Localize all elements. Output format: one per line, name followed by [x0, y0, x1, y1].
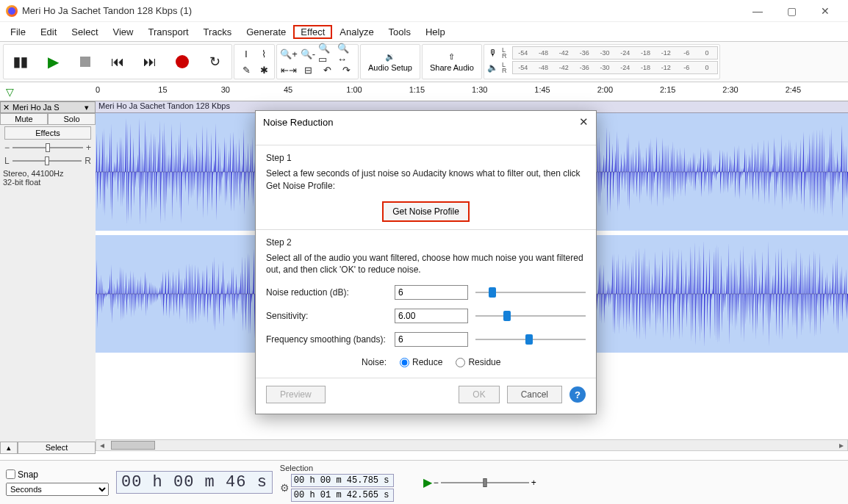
playback-meter[interactable]: -54-48-42-36-30-24-18-12-60 — [512, 61, 718, 74]
frequency-smoothing-input[interactable] — [395, 332, 468, 347]
fit-project-icon[interactable]: 🔍↔ — [337, 46, 355, 61]
multi-tool-icon[interactable]: ✱ — [255, 62, 273, 77]
level-meters: 🎙 LR -54-48-42-36-30-24-18-12-60 🔈 LR -5… — [484, 44, 720, 79]
zoom-out-icon[interactable]: 🔍- — [299, 46, 317, 61]
record-button[interactable] — [167, 46, 198, 77]
maximize-button[interactable]: ▢ — [775, 0, 808, 22]
stop-button[interactable] — [70, 46, 101, 77]
menu-edit[interactable]: Edit — [33, 25, 64, 39]
share-audio-label: Share Audio — [430, 63, 474, 72]
speaker-meter-icon[interactable]: 🔈 — [486, 62, 500, 73]
trim-icon[interactable]: ⇤⇥ — [280, 62, 298, 77]
step2-label: Step 2 — [266, 237, 586, 248]
play-lr-label: LR — [502, 62, 511, 73]
skip-start-button[interactable]: ⏮ — [102, 46, 133, 77]
status-bar: Snap Seconds 00 h 00 m 46 s Selection ⚙ … — [0, 460, 848, 504]
noise-reduction-slider[interactable] — [475, 287, 586, 298]
frequency-smoothing-slider[interactable] — [475, 334, 586, 345]
gain-slider[interactable]: − + — [0, 141, 96, 154]
toolbar: ▮▮ ▶ ⏮ ⏭ ↻ Ⅰ ⌇ ✎ ✱ 🔍+ 🔍- 🔍▭ 🔍↔ ⇤⇥ ⊟ ↶ ↷ … — [0, 41, 848, 82]
window-title: Meri Ho Ja Sachet Tandon 128 Kbps (1) — [22, 5, 741, 16]
selection-settings-icon[interactable]: ⚙ — [280, 482, 290, 494]
selection-label: Selection — [280, 464, 394, 472]
audio-setup-button[interactable]: 🔉 Audio Setup — [360, 44, 420, 79]
noise-reduction-dialog: Noise Reduction ✕ Step 1 Select a few se… — [255, 110, 597, 414]
draw-tool-icon[interactable]: ✎ — [237, 62, 255, 77]
selection-end-input[interactable] — [291, 489, 394, 502]
pause-button[interactable]: ▮▮ — [5, 46, 36, 77]
timeline-ruler[interactable]: ▽ 01530451:001:151:301:452:002:152:302:4… — [0, 82, 848, 101]
envelope-tool-icon[interactable]: ⌇ — [255, 46, 273, 61]
track-name[interactable]: Meri Ho Ja S — [11, 102, 85, 112]
menu-help[interactable]: Help — [418, 25, 453, 39]
step1-label: Step 1 — [266, 153, 586, 163]
record-meter[interactable]: -54-48-42-36-30-24-18-12-60 — [512, 46, 718, 60]
minimize-button[interactable]: — — [741, 0, 775, 22]
share-icon: ⇧ — [448, 52, 455, 62]
track-format-info: Stereo, 44100Hz 32-bit float — [0, 168, 96, 188]
ok-button[interactable]: OK — [459, 386, 499, 403]
noise-reduction-input[interactable] — [395, 285, 468, 300]
share-audio-button[interactable]: ⇧ Share Audio — [422, 44, 482, 79]
snap-checkbox[interactable]: Snap — [6, 469, 109, 480]
solo-button[interactable]: Solo — [48, 113, 96, 125]
edit-tools: Ⅰ ⌇ ✎ ✱ — [234, 44, 275, 79]
menu-tools[interactable]: Tools — [381, 25, 418, 39]
track-header[interactable]: ✕ Meri Ho Ja S ▾ — [0, 101, 96, 113]
noise-mode-label: Noise: — [362, 357, 387, 367]
menu-transport[interactable]: Transport — [140, 25, 195, 39]
menu-select[interactable]: Select — [64, 25, 105, 39]
sensitivity-input[interactable] — [395, 309, 468, 323]
redo-icon[interactable]: ↷ — [337, 62, 355, 77]
residue-radio[interactable]: Residue — [456, 357, 500, 367]
scroll-right-icon[interactable]: ▸ — [836, 440, 847, 450]
fit-selection-icon[interactable]: 🔍▭ — [318, 46, 336, 61]
preview-button[interactable]: Preview — [266, 386, 326, 403]
close-track-icon[interactable]: ✕ — [1, 103, 11, 112]
selection-start-input[interactable] — [291, 474, 394, 487]
effects-button[interactable]: Effects — [4, 126, 91, 140]
selection-tool-icon[interactable]: Ⅰ — [237, 46, 255, 61]
zoom-in-icon[interactable]: 🔍+ — [280, 46, 298, 61]
menu-effect[interactable]: Effect — [293, 25, 332, 39]
reduce-radio[interactable]: Reduce — [400, 357, 442, 367]
silence-icon[interactable]: ⊟ — [299, 62, 317, 77]
scrollbar-thumb[interactable] — [111, 441, 155, 450]
play-button[interactable]: ▶ — [37, 46, 68, 77]
menu-view[interactable]: View — [106, 25, 141, 39]
scroll-left-icon[interactable]: ◂ — [96, 440, 108, 450]
time-position-display[interactable]: 00 h 00 m 46 s — [116, 471, 273, 494]
get-noise-profile-button[interactable]: Get Noise Profile — [382, 201, 470, 222]
skip-end-button[interactable]: ⏭ — [134, 46, 165, 77]
frequency-smoothing-label: Frequency smoothing (bands): — [266, 334, 387, 345]
app-logo-icon — [6, 5, 18, 17]
play-at-speed: ▶ − + — [423, 475, 529, 489]
menu-generate[interactable]: Generate — [239, 25, 293, 39]
loop-button[interactable]: ↻ — [199, 46, 230, 77]
dialog-close-icon[interactable]: ✕ — [579, 115, 589, 129]
sensitivity-slider[interactable] — [475, 310, 586, 322]
cancel-button[interactable]: Cancel — [507, 386, 562, 403]
mic-icon[interactable]: 🎙 — [486, 48, 500, 58]
track-control-panel: ✕ Meri Ho Ja S ▾ Mute Solo Effects − + L… — [0, 101, 96, 454]
menu-tracks[interactable]: Tracks — [196, 25, 240, 39]
play-at-speed-button[interactable]: ▶ — [423, 475, 432, 489]
pan-slider[interactable]: L R — [0, 154, 96, 168]
step1-description: Select a few seconds of just noise so Au… — [266, 168, 586, 192]
collapse-track-icon[interactable]: ▴ — [0, 442, 18, 454]
playhead-pin-icon[interactable]: ▽ — [6, 86, 14, 98]
menu-file[interactable]: File — [3, 25, 33, 39]
play-speed-slider[interactable]: − + — [441, 482, 529, 483]
undo-icon[interactable]: ↶ — [318, 62, 336, 77]
track-menu-icon[interactable]: ▾ — [85, 103, 95, 112]
close-window-button[interactable]: ✕ — [808, 0, 842, 22]
horizontal-scrollbar[interactable]: ◂ ▸ — [96, 439, 848, 451]
mute-button[interactable]: Mute — [0, 113, 48, 125]
speaker-icon: 🔉 — [385, 52, 395, 62]
select-track-button[interactable]: Select — [18, 442, 96, 454]
menu-analyze[interactable]: Analyze — [332, 25, 381, 39]
title-bar: Meri Ho Ja Sachet Tandon 128 Kbps (1) — … — [0, 0, 848, 22]
snap-units-select[interactable]: Seconds — [6, 483, 109, 496]
transport-controls: ▮▮ ▶ ⏮ ⏭ ↻ — [3, 44, 232, 79]
help-button[interactable]: ? — [569, 386, 586, 403]
